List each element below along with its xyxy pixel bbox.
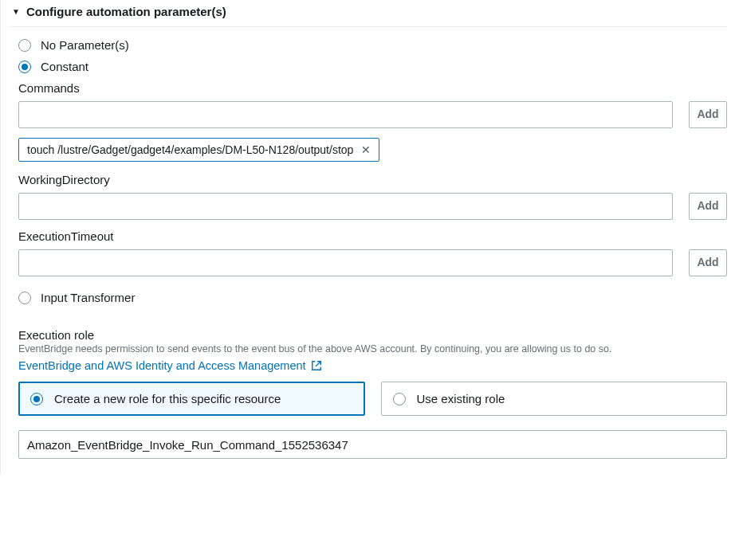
command-tag[interactable]: touch /lustre/Gadget/gadget4/examples/DM… [18,138,379,162]
radio-icon-selected [18,61,31,73]
radio-dot-icon [33,396,40,402]
role-card-create-new[interactable]: Create a new role for this specific reso… [18,382,365,416]
section-title: Configure automation parameter(s) [26,5,226,18]
role-name-input[interactable] [18,430,727,459]
executiontimeout-add-button[interactable]: Add [689,249,727,276]
executiontimeout-input-row: Add [18,249,727,276]
iam-link-text: EventBridge and AWS Identity and Access … [18,359,306,372]
commands-input[interactable] [18,101,673,128]
radio-dot-icon [22,64,28,70]
commands-add-button[interactable]: Add [689,101,727,128]
role-choice-row: Create a new role for this specific reso… [18,382,727,416]
radio-label: Input Transformer [41,291,135,304]
execution-role-hint: EventBridge needs permission to send eve… [18,343,727,354]
executiontimeout-label: ExecutionTimeout [18,229,727,243]
workingdirectory-input[interactable] [18,193,673,220]
command-tag-text: touch /lustre/Gadget/gadget4/examples/DM… [27,143,353,156]
radio-no-parameters[interactable]: No Parameter(s) [18,38,727,52]
role-card-label: Use existing role [417,392,505,405]
commands-tags: touch /lustre/Gadget/gadget4/examples/DM… [18,138,727,162]
automation-parameters-panel: ▼ Configure automation parameter(s) No P… [0,0,735,475]
radio-icon [18,292,31,304]
close-icon[interactable]: ✕ [361,144,371,155]
radio-label: Constant [41,60,88,73]
workingdirectory-input-row: Add [18,193,727,220]
iam-link[interactable]: EventBridge and AWS Identity and Access … [18,359,322,372]
commands-label: Commands [18,81,727,95]
external-link-icon [311,360,322,371]
radio-constant[interactable]: Constant [18,60,727,73]
radio-icon [18,39,31,52]
role-card-use-existing[interactable]: Use existing role [381,382,728,416]
caret-down-icon: ▼ [12,7,20,16]
role-card-label: Create a new role for this specific reso… [54,392,281,405]
radio-icon-selected [30,393,43,405]
radio-input-transformer[interactable]: Input Transformer [18,291,727,304]
execution-role-label: Execution role [18,328,727,342]
form-area: No Parameter(s) Constant Commands Add to… [9,38,727,459]
radio-icon [393,393,406,405]
workingdirectory-label: WorkingDirectory [18,173,727,186]
commands-input-row: Add [18,101,727,128]
radio-label: No Parameter(s) [41,38,129,52]
executiontimeout-input[interactable] [18,249,673,276]
section-header[interactable]: ▼ Configure automation parameter(s) [9,0,727,27]
workingdirectory-add-button[interactable]: Add [689,193,727,220]
